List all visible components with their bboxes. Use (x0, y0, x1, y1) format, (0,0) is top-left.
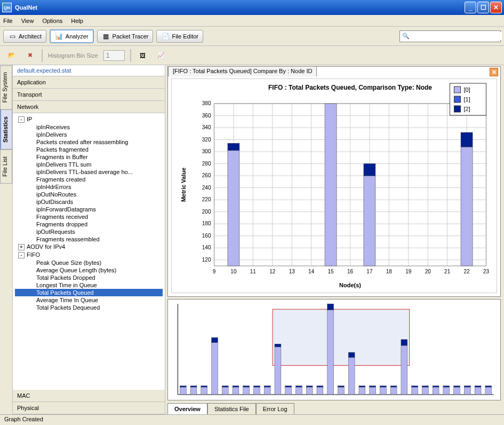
architect-button[interactable]: ▭Architect (3, 30, 46, 43)
tree-fifo-item[interactable]: Longest Time in Queue (15, 281, 163, 289)
tab-statistics-file[interactable]: Statistics File (207, 403, 256, 414)
maximize-button[interactable]: ☐ (477, 2, 489, 13)
svg-rect-62 (364, 176, 375, 266)
tree-ip[interactable]: -IP (15, 115, 163, 123)
tree-ip-item[interactable]: Packets created after reassembling (15, 138, 163, 146)
stat-tree[interactable]: -IPipInReceivesipInDeliversPackets creat… (13, 113, 165, 390)
svg-rect-126 (422, 386, 428, 387)
svg-text:360: 360 (202, 113, 211, 119)
svg-text:12: 12 (269, 269, 276, 274)
file-editor-button[interactable]: 📄File Editor (156, 30, 203, 43)
tree-ip-item[interactable]: ipOutNoRoutes (15, 191, 163, 198)
tree-fifo-item[interactable]: Total Packets Queued (15, 289, 163, 296)
minimize-button[interactable]: _ (465, 2, 476, 13)
picture-button[interactable]: 🖼 (137, 49, 149, 62)
svg-rect-115 (370, 387, 376, 395)
tree-ip-item[interactable]: ipInReceives (15, 123, 163, 131)
app-title: QualNet (15, 4, 463, 11)
menu-file[interactable]: File (3, 18, 13, 24)
tree-fifo[interactable]: -FIFO (15, 251, 163, 259)
svg-rect-78 (273, 309, 410, 365)
tree-ip-item[interactable]: ipOutRequests (15, 228, 163, 235)
tab-statistics[interactable]: Statistics (0, 109, 12, 149)
tree-ip-item[interactable]: ipInDelivers TTL sum (15, 161, 163, 168)
svg-rect-89 (233, 387, 239, 395)
tree-ip-item[interactable]: Fragments reassembled (15, 235, 163, 243)
tree-ip-item[interactable]: Fragments created (15, 176, 163, 183)
svg-text:19: 19 (405, 269, 412, 274)
tree-ip-item[interactable]: Packets fragmented (15, 146, 163, 153)
overview-pane[interactable] (167, 299, 501, 400)
tree-fifo-item[interactable]: Average Queue Length (bytes) (15, 266, 163, 274)
section-transport[interactable]: Transport (13, 89, 165, 101)
svg-rect-83 (201, 387, 207, 395)
picture-icon: 🖼 (140, 52, 146, 59)
side-tabs: File System Statistics File List (0, 65, 13, 414)
tree-fifo-item[interactable]: Total Packets Dropped (15, 274, 163, 281)
close-button[interactable]: ✕ (490, 2, 502, 13)
overview-svg (168, 300, 500, 400)
section-network[interactable]: Network (13, 101, 165, 113)
svg-text:14: 14 (308, 269, 315, 274)
svg-rect-127 (433, 387, 439, 395)
menu-view[interactable]: View (21, 18, 34, 24)
search-input[interactable]: 🔍 (399, 30, 501, 42)
svg-rect-95 (264, 387, 270, 395)
tree-ip-item[interactable]: ipOutDiscards (15, 198, 163, 206)
svg-rect-136 (475, 386, 481, 387)
section-mac[interactable]: MAC (13, 390, 165, 402)
tree-ip-item[interactable]: ipInForwardDatagrams (15, 206, 163, 213)
tab-file-list[interactable]: File List (0, 149, 12, 184)
section-physical[interactable]: Physical (13, 402, 165, 414)
chart-tab[interactable]: [FIFO : Total Packets Queued] Compare By… (168, 66, 317, 77)
delete-button[interactable]: ✖ (23, 49, 36, 62)
chart-close-button[interactable]: ✕ (490, 68, 498, 76)
tree-aodv[interactable]: +AODV for IPv4 (15, 243, 163, 251)
tree-fifo-item[interactable]: Average Time In Queue (15, 296, 163, 304)
svg-rect-104 (306, 386, 313, 387)
chart-icon: 📈 (157, 52, 165, 59)
svg-text:11: 11 (250, 269, 257, 274)
tree-ip-item[interactable]: Fragments received (15, 213, 163, 221)
svg-rect-137 (485, 387, 492, 395)
svg-rect-132 (454, 386, 460, 387)
svg-text:18: 18 (386, 269, 393, 274)
open-folder-button[interactable]: 📂 (5, 49, 18, 62)
tree-ip-item[interactable]: ipInDelivers TTL-based average ho... (15, 168, 163, 176)
svg-text:13: 13 (289, 269, 295, 274)
svg-rect-65 (461, 132, 473, 147)
analyzer-button[interactable]: 📊Analyzer (50, 29, 94, 43)
tab-error-log[interactable]: Error Log (256, 403, 294, 414)
architect-icon: ▭ (8, 32, 17, 41)
svg-rect-109 (338, 387, 344, 395)
svg-text:280: 280 (202, 161, 211, 167)
packet-tracer-label: Packet Tracer (113, 33, 149, 40)
svg-rect-97 (275, 347, 281, 395)
svg-rect-128 (433, 386, 439, 387)
menu-options[interactable]: Options (42, 18, 62, 24)
tab-overview[interactable]: Overview (167, 403, 207, 414)
status-text: Graph Created (4, 416, 43, 422)
status-bar: Graph Created (0, 414, 504, 425)
tree-ip-item[interactable]: ipInHdrErrors (15, 183, 163, 191)
analyzer-icon: 📊 (55, 32, 63, 41)
section-application[interactable]: Application (13, 76, 165, 89)
svg-rect-105 (317, 387, 323, 395)
tree-fifo-item[interactable]: Total Packets Dequeued (15, 304, 163, 311)
tree-ip-item[interactable]: Fragments in Buffer (15, 153, 163, 161)
stat-file-name[interactable]: default.expected.stat (13, 65, 165, 76)
svg-text:[2]: [2] (464, 106, 470, 112)
tree-ip-item[interactable]: ipInDelivers (15, 131, 163, 138)
svg-rect-61 (325, 104, 337, 266)
menu-help[interactable]: Help (71, 18, 83, 24)
svg-rect-120 (390, 386, 397, 387)
tab-file-system[interactable]: File System (0, 65, 12, 109)
bin-size-input[interactable] (103, 50, 125, 61)
packet-tracer-button[interactable]: ▦Packet Tracer (97, 30, 154, 43)
tree-ip-item[interactable]: Fragments dropped (15, 221, 163, 228)
chart-button[interactable]: 📈 (155, 49, 167, 62)
tree-fifo-item[interactable]: Peak Queue Size (bytes) (15, 259, 163, 266)
svg-rect-88 (222, 386, 228, 387)
toolbar-secondary: 📂 ✖ Histogram Bin Size 🖼 📈 (0, 46, 504, 65)
svg-rect-84 (201, 386, 207, 387)
